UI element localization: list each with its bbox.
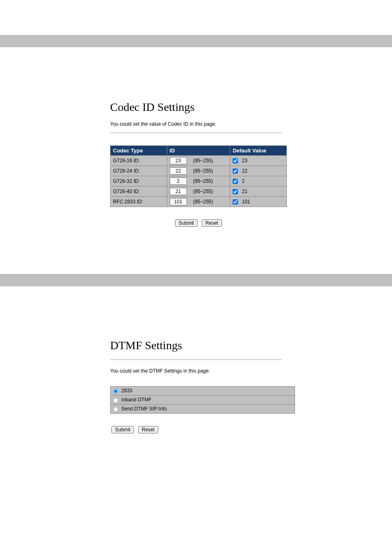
codec-range-text: (95~255) [193,168,213,174]
codec-default-value: 22 [242,168,247,174]
dtmf-radio-2833[interactable] [113,389,118,394]
codec-type-label: G726-32 ID: [111,176,167,187]
dtmf-option-label: Inband DTMF [121,397,151,403]
codec-type-label: RFC 2833 ID: [111,197,167,207]
dtmf-title: DTMF Settings [110,339,282,352]
codec-default-value: 101 [242,199,250,205]
gray-divider-bar [0,35,392,47]
codec-range-text: (95~255) [193,178,213,184]
dtmf-divider [110,359,282,360]
table-row: G726-40 ID: (95~255) 21 [111,187,287,197]
reset-button[interactable]: Reset [202,219,222,227]
codec-button-row: Submit Reset [110,219,287,227]
table-row: G726-32 ID: (95~255) 2 [111,176,287,187]
codec-range-text: (95~255) [193,158,213,164]
codec-default-value: 2 [242,178,245,184]
dtmf-radio-inband[interactable] [113,398,118,403]
codec-header-id: ID [167,146,230,156]
table-row: G726-16 ID: (95~255) 23 [111,156,287,166]
reset-button[interactable]: Reset [138,426,158,433]
table-row: 2833 [111,387,295,396]
codec-type-label: G726-40 ID: [111,187,167,197]
dtmf-option-label: Send DTMF SIP Info [121,406,167,412]
dtmf-radio-sipinfo[interactable] [113,407,118,412]
codec-divider [110,133,282,133]
dtmf-description: You could set the DTMF Settings in this … [110,368,282,374]
codec-title: Codec ID Settings [110,101,282,114]
codec-default-checkbox[interactable] [233,158,238,164]
submit-button[interactable]: Submit [111,426,134,433]
codec-id-settings-section: Codec ID Settings You could set the valu… [0,101,392,227]
codec-id-input[interactable] [170,188,187,195]
codec-id-input[interactable] [170,177,187,185]
codec-type-label: G726-24 ID: [111,166,167,176]
dtmf-button-row: Submit Reset [110,426,282,433]
codec-header-type: Codec Type [111,146,167,156]
codec-default-checkbox[interactable] [233,199,238,205]
table-row: G726-24 ID: (95~255) 22 [111,166,287,176]
codec-description: You could set the value of Codec ID in t… [110,121,282,127]
submit-button[interactable]: Submit [175,219,198,227]
codec-default-value: 21 [242,189,247,194]
codec-default-checkbox[interactable] [233,179,238,184]
codec-range-text: (95~255) [193,189,213,194]
dtmf-settings-section: DTMF Settings You could set the DTMF Set… [0,339,392,433]
dtmf-option-label: 2833 [121,388,132,394]
gray-divider-bar [0,274,392,286]
codec-default-value: 23 [242,158,247,164]
codec-id-input[interactable] [170,157,187,164]
codec-type-label: G726-16 ID: [111,156,167,166]
table-row: Inband DTMF [111,396,295,405]
codec-id-input[interactable] [170,198,187,205]
codec-table: Codec Type ID Default Value G726-16 ID: … [110,145,287,207]
codec-default-checkbox[interactable] [233,189,238,194]
codec-range-text: (95~255) [193,199,213,205]
codec-default-checkbox[interactable] [233,168,238,174]
table-row: Send DTMF SIP Info [111,405,295,414]
codec-header-default: Default Value [230,146,287,156]
dtmf-table: 2833 Inband DTMF Send DTMF SIP Info [110,386,295,414]
table-row: RFC 2833 ID: (95~255) 101 [111,197,287,207]
codec-id-input[interactable] [170,167,187,175]
